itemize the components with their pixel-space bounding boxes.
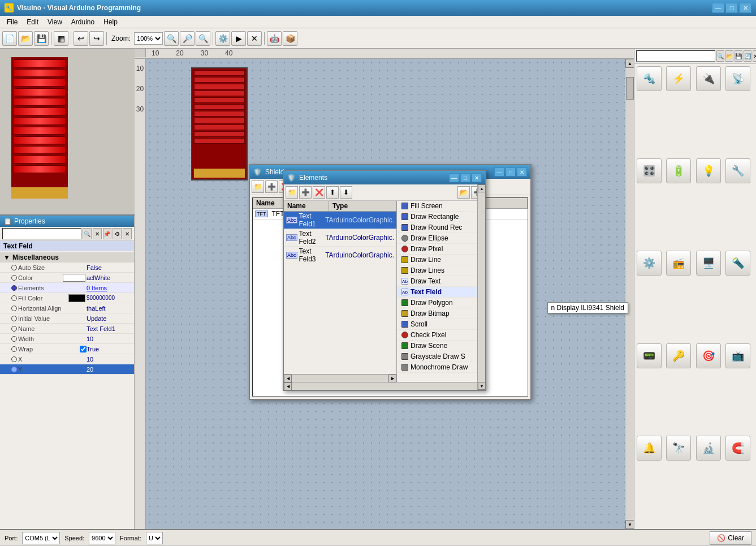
tool-19[interactable]: 🔬 [696,436,721,461]
settings-button[interactable]: 📦 [283,31,297,46]
el-scroll-right[interactable]: ▶ [388,375,396,382]
el-draw-ellipse[interactable]: Draw Ellipse [397,233,485,244]
tool-11[interactable]: 🖥️ [696,251,721,276]
tool-18[interactable]: 🔭 [666,436,691,461]
elements-dialog-title[interactable]: 🛡️ Elements — □ ✕ [284,171,485,184]
fill-value[interactable]: $00000000 [87,295,132,301]
el-text-field[interactable]: Ab Text Field [397,287,485,298]
tool-13[interactable]: 📟 [637,343,662,368]
tool-3[interactable]: 🔌 [696,66,721,91]
prop-search-input[interactable] [2,228,81,239]
shields-minimize[interactable]: — [494,167,504,177]
initval-value[interactable]: Update [87,315,132,322]
prop-settings-button[interactable]: ⚙ [113,228,122,239]
toolbox-add-button[interactable]: 📂 [725,50,733,62]
close-button[interactable]: ✕ [739,3,751,13]
tool-9[interactable]: ⚙️ [637,251,662,276]
elements-up[interactable]: ⬆ [326,186,339,199]
el-draw-rect[interactable]: Draw Rectangle [397,212,485,222]
el-check-pixel[interactable]: Check Pixel [397,330,485,341]
shields-add[interactable]: 📁 [252,180,264,193]
tool-14[interactable]: 🔑 [666,343,691,368]
el-draw-bitmap[interactable]: Draw Bitmap [397,308,485,319]
tool-16[interactable]: 📺 [725,343,750,368]
elements-maximize[interactable]: □ [460,173,470,182]
width-value[interactable]: 10 [87,336,132,342]
fill-swatch[interactable] [68,294,85,302]
zoom-select[interactable]: 100% 50% 75% 125% 150% 200% [134,32,163,45]
el-item-2[interactable]: Abc Text Feld3 TArduinoColorGraphic. [284,247,396,264]
el-draw-text[interactable]: Ab Draw Text [397,276,485,287]
compile-button[interactable]: ⚙️ [215,31,230,46]
canvas-component[interactable] [191,67,248,180]
minimize-button[interactable]: — [712,3,724,13]
el-item-0[interactable]: Abc Text Feld1 TArduinoColorGraphic. [284,212,396,229]
zoom-in-button[interactable]: 🔍 [164,31,179,46]
elements-minimize[interactable]: — [449,173,459,182]
new-button[interactable]: 📄 [2,31,17,46]
canvas-scrollbar-v[interactable]: ▲ ▼ [625,59,634,529]
elements-value[interactable]: 0 Items [87,285,132,291]
toolbox-refresh-button[interactable]: 🔄 [744,50,751,62]
arduino-button[interactable]: 🤖 [267,31,282,46]
tool-5[interactable]: 🎛️ [637,158,662,183]
grid-button[interactable]: ▦ [54,31,68,46]
el-scroll-left[interactable]: ◀ [284,375,292,382]
el-vscroll-track[interactable] [478,201,485,382]
upload-button[interactable]: ▶ [231,31,246,46]
elements-add[interactable]: ➕ [299,186,312,199]
toolbox-save-button[interactable]: 💾 [735,50,742,62]
port-select[interactable]: COM5 (L [22,532,60,544]
color-value[interactable]: aclWhite [87,274,132,281]
prop-clear-button[interactable]: ✕ [93,228,102,239]
save-button[interactable]: 💾 [34,31,49,46]
elements-remove[interactable]: ❌ [313,186,325,199]
menu-edit[interactable]: Edit [22,17,43,27]
prop-search-button[interactable]: 🔍 [83,228,92,239]
scroll-up-arrow[interactable]: ▲ [625,59,634,68]
tool-4[interactable]: 📡 [725,66,750,91]
menu-file[interactable]: File [2,17,22,27]
el-fill-screen[interactable]: Fill Screen [397,201,485,212]
tool-1[interactable]: 🔩 [637,66,662,91]
elements-bottom-scroll[interactable]: ◀ ▶ [284,382,485,390]
el-item-1[interactable]: Abc Text Feld2 TArduinoColorGraphic. [284,229,396,247]
shields-remove[interactable]: ➕ [265,180,278,193]
zoom-fit-button[interactable]: 🔎 [180,31,195,46]
undo-button[interactable]: ↩ [74,31,88,46]
el-draw-round[interactable]: Draw Round Rec [397,222,485,233]
zoom-out-button[interactable]: 🔍 [196,31,210,46]
tool-2[interactable]: ⚡ [666,66,691,91]
shields-close[interactable]: ✕ [517,167,527,177]
y-value[interactable]: 20 [87,366,132,373]
el-draw-scene[interactable]: Draw Scene [397,341,485,351]
el-vscroll[interactable]: ▲ ▼ [477,201,485,382]
redo-button[interactable]: ↪ [89,31,104,46]
shields-maximize[interactable]: □ [506,167,516,177]
el-hscroll-track[interactable] [292,382,477,390]
tool-7[interactable]: 💡 [696,158,721,183]
tool-17[interactable]: 🔔 [637,436,662,461]
el-draw-pixel[interactable]: Draw Pixel [397,244,485,255]
halign-value[interactable]: thaLeft [87,305,132,312]
misc-section-header[interactable]: ▼ Miscellaneous [0,252,134,263]
el-scroll[interactable]: Scroll [397,319,485,330]
scroll-thumb[interactable] [626,77,634,100]
wrap-checkbox[interactable] [80,346,87,352]
elements-scroll-h[interactable]: ◀ ▶ [284,374,396,382]
menu-view[interactable]: View [43,17,67,27]
tool-15[interactable]: 🎯 [696,343,721,368]
maximize-button[interactable]: □ [725,3,738,13]
elements-rows[interactable]: Abc Text Feld1 TArduinoColorGraphic. Abc… [284,212,396,374]
clear-button[interactable]: 🚫 Clear [710,531,751,545]
tool-12[interactable]: 🔦 [725,251,750,276]
el-monochrome[interactable]: Monochrome Draw [397,362,485,373]
el-grayscale[interactable]: Grayscale Draw S [397,351,485,362]
tool-10[interactable]: 📻 [666,251,691,276]
name-value[interactable]: Text Feld1 [87,325,132,332]
elements-down[interactable]: ⬇ [340,186,352,199]
el-draw-polygon[interactable]: Draw Polygon [397,298,485,308]
el-draw-lines[interactable]: Draw Lines [397,265,485,276]
menu-help[interactable]: Help [99,17,122,27]
scroll-down-arrow[interactable]: ▼ [625,520,634,529]
